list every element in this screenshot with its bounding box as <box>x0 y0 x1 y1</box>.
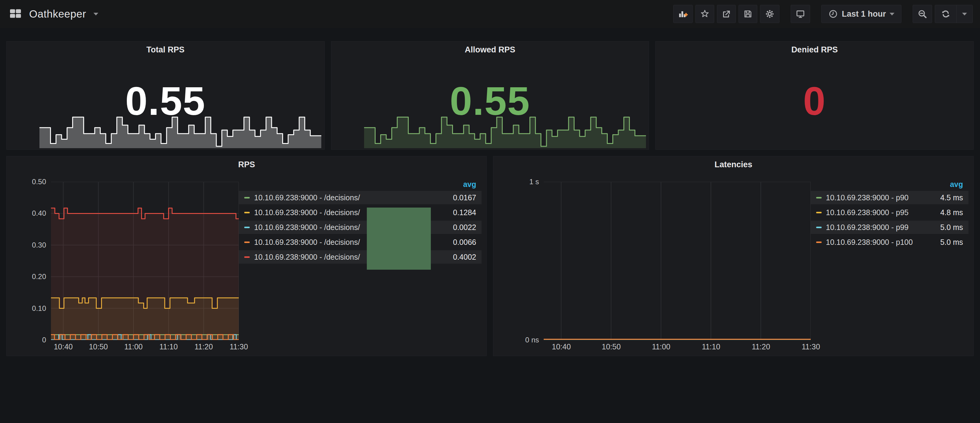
legend-row[interactable]: 10.10.69.238:9000 - /decisions/0.4002 <box>239 250 482 264</box>
add-panel-icon <box>678 9 688 19</box>
legend-row[interactable]: 10.10.69.238:9000 - p954.8 ms <box>811 206 969 219</box>
legend-swatch-icon[interactable] <box>244 241 250 243</box>
dashboard-toolbar: Last 1 hour <box>671 5 973 23</box>
rps-legend: avg10.10.69.238:9000 - /decisions/0.0167… <box>239 176 482 352</box>
panel-total-rps: Total RPS 0.55 <box>6 41 325 150</box>
top-navbar: Oathkeeper <box>0 0 980 28</box>
legend-overlay <box>367 208 431 270</box>
zoom-out-icon <box>917 9 928 19</box>
refresh-interval-caret-icon <box>962 13 967 16</box>
y-tick-label: 0.20 <box>0 272 46 281</box>
latencies-legend: avg10.10.69.238:9000 - p904.5 ms10.10.69… <box>811 176 969 352</box>
refresh-interval-dropdown[interactable] <box>956 5 972 23</box>
legend-swatch-icon[interactable] <box>816 227 822 228</box>
dashboard-dropdown-caret-icon[interactable] <box>94 13 98 16</box>
legend-avg-value: 0.4002 <box>453 253 476 261</box>
legend-row[interactable]: 10.10.69.238:9000 - /decisions/0.0167 <box>239 191 482 204</box>
legend-row[interactable]: 10.10.69.238:9000 - /decisions/0.0022 <box>239 220 482 234</box>
monitor-icon <box>795 9 805 19</box>
panel-allowed-rps: Allowed RPS 0.55 <box>331 41 649 150</box>
legend-avg-header[interactable]: avg <box>239 180 482 191</box>
refresh-button[interactable] <box>935 5 956 23</box>
x-tick-label: 11:10 <box>159 342 178 351</box>
legend-series-label[interactable]: 10.10.69.238:9000 - p99 <box>826 223 934 232</box>
legend-row[interactable]: 10.10.69.238:9000 - /decisions/0.0066 <box>239 235 482 249</box>
stat-sparkline <box>364 111 646 148</box>
panel-title[interactable]: Latencies <box>493 160 973 170</box>
legend-series-label[interactable]: 10.10.69.238:9000 - p90 <box>826 193 934 202</box>
legend-avg-value: 0.0167 <box>453 193 476 202</box>
latencies-plot-area[interactable]: 10:4010:5011:0011:1011:2011:30 <box>544 182 811 340</box>
x-tick-label: 10:50 <box>89 342 108 351</box>
save-dashboard-button[interactable] <box>738 5 757 23</box>
stat-sparkline <box>40 111 321 148</box>
clock-icon <box>828 9 838 19</box>
legend-swatch-icon[interactable] <box>816 241 822 243</box>
dashboard-title[interactable]: Oathkeeper <box>29 8 86 20</box>
x-tick-label: 11:30 <box>230 342 248 351</box>
legend-swatch-icon[interactable] <box>244 212 250 213</box>
legend-series-label[interactable]: 10.10.69.238:9000 - /decisions/ <box>254 193 447 202</box>
legend-series-label[interactable]: 10.10.69.238:9000 - p100 <box>826 238 934 247</box>
share-icon <box>722 9 731 19</box>
time-range-picker[interactable]: Last 1 hour <box>821 5 901 23</box>
x-tick-label: 10:40 <box>54 342 73 351</box>
panel-title[interactable]: Total RPS <box>7 45 325 55</box>
save-icon <box>743 9 753 19</box>
legend-avg-header[interactable]: avg <box>811 180 969 191</box>
panel-title[interactable]: Allowed RPS <box>331 45 649 55</box>
add-panel-button[interactable] <box>673 5 693 23</box>
time-range-label: Last 1 hour <box>842 10 886 19</box>
legend-swatch-icon[interactable] <box>244 256 250 258</box>
legend-row[interactable]: 10.10.69.238:9000 - p1005.0 ms <box>811 235 969 249</box>
legend-swatch-icon[interactable] <box>816 197 822 198</box>
legend-avg-value: 0.0066 <box>453 238 476 247</box>
share-dashboard-button[interactable] <box>717 5 736 23</box>
zoom-out-time-button[interactable] <box>913 5 932 23</box>
legend-row[interactable]: 10.10.69.238:9000 - p904.5 ms <box>811 191 969 204</box>
y-tick-label: 0.50 <box>0 177 46 186</box>
x-tick-label: 11:20 <box>752 342 770 351</box>
legend-swatch-icon[interactable] <box>244 227 250 228</box>
x-tick-label: 11:00 <box>652 342 671 351</box>
x-tick-label: 11:00 <box>124 342 143 351</box>
x-tick-label: 10:50 <box>601 342 621 351</box>
x-tick-label: 10:40 <box>552 342 571 351</box>
rps-plot-area[interactable]: 10:4010:5011:0011:1011:2011:30 <box>51 182 239 340</box>
legend-avg-value: 5.0 ms <box>940 223 963 232</box>
y-tick-label: 0.40 <box>0 209 46 217</box>
legend-swatch-icon[interactable] <box>816 212 822 213</box>
y-axis: 1 s0 ns <box>498 182 544 340</box>
mark-favorite-button[interactable] <box>695 5 714 23</box>
time-range-caret-icon <box>889 13 894 16</box>
legend-avg-value: 0.0022 <box>453 223 476 232</box>
panel-denied-rps: Denied RPS 0 <box>655 41 974 150</box>
y-tick-label: 1 s <box>478 177 539 186</box>
legend-row[interactable]: 10.10.69.238:9000 - p995.0 ms <box>811 220 969 234</box>
legend-series-label[interactable]: 10.10.69.238:9000 - p95 <box>826 208 934 217</box>
legend-avg-value: 5.0 ms <box>940 238 963 247</box>
legend-avg-value: 4.8 ms <box>940 208 963 217</box>
y-axis: 0.500.400.300.200.100 <box>11 182 51 340</box>
legend-avg-value: 0.1284 <box>453 208 476 217</box>
panel-title[interactable]: RPS <box>7 160 486 170</box>
x-tick-label: 11:30 <box>802 342 820 351</box>
y-tick-label: 0 <box>0 336 46 344</box>
legend-swatch-icon[interactable] <box>244 197 250 198</box>
legend-avg-value: 4.5 ms <box>940 193 963 202</box>
gear-icon <box>765 9 775 19</box>
y-tick-label: 0 ns <box>478 336 539 344</box>
panel-title[interactable]: Denied RPS <box>655 45 973 55</box>
dashboard-settings-button[interactable] <box>760 5 780 23</box>
panel-rps-graph: RPS 0.500.400.300.200.100 10:4010:5011:0… <box>6 156 487 356</box>
x-tick-label: 11:20 <box>194 342 213 351</box>
legend-row[interactable]: 10.10.69.238:9000 - /decisions/0.1284 <box>239 206 482 219</box>
y-tick-label: 0.30 <box>0 241 46 249</box>
star-icon <box>700 9 710 19</box>
dashboard-grid-icon[interactable] <box>9 8 22 19</box>
cycle-view-mode-button[interactable] <box>791 5 810 23</box>
x-tick-label: 11:10 <box>702 342 720 351</box>
refresh-icon <box>940 9 951 19</box>
y-tick-label: 0.10 <box>0 304 46 313</box>
refresh-button-group <box>935 5 973 23</box>
